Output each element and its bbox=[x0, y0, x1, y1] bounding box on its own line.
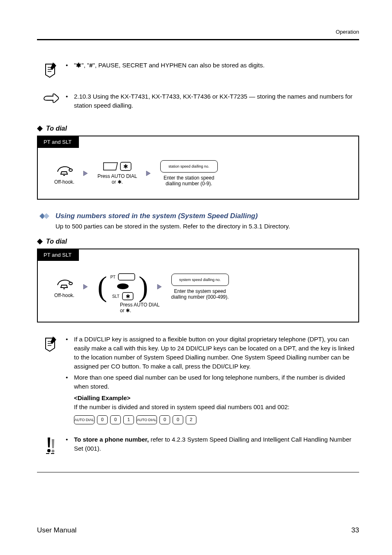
proc1-input-box: station speed dialling no. bbox=[160, 160, 218, 173]
dialling-example-heading: <Dialling Example> bbox=[74, 394, 131, 401]
note-icon bbox=[42, 336, 60, 354]
exclamation-icon bbox=[44, 436, 59, 454]
oval-key-icon bbox=[116, 283, 129, 290]
note1-text: "✱", "#", PAUSE, SECRET and HYPHEN can a… bbox=[74, 61, 359, 70]
procedure-box-1: PT and SLT Off-hook. ✱ Press AUTO DIALo bbox=[37, 136, 359, 200]
bullet: • bbox=[66, 61, 74, 70]
star-key-icon: ✱ bbox=[120, 162, 131, 171]
pointing-hand-icon bbox=[43, 93, 60, 104]
svg-rect-9 bbox=[44, 213, 49, 219]
proc1-step3-label: Enter the station speeddialling number (… bbox=[164, 175, 214, 187]
svg-rect-23 bbox=[51, 453, 54, 454]
arrow-right-icon bbox=[157, 283, 163, 290]
star-key-icon: ✱ bbox=[122, 292, 134, 300]
right-paren-icon: ) bbox=[138, 278, 148, 295]
bullet: • bbox=[66, 335, 74, 371]
diamond-icon bbox=[37, 126, 43, 131]
svg-rect-13 bbox=[118, 274, 135, 280]
system-speed-body: Up to 500 parties can be stored in the s… bbox=[55, 223, 359, 230]
note2-item1: If a DDI/CLIP key is assigned to a flexi… bbox=[74, 335, 359, 371]
proc1-step1-label: Off-hook. bbox=[54, 179, 74, 185]
note-icon bbox=[42, 62, 60, 80]
digit-key: 0 bbox=[173, 415, 183, 424]
proc2-step3-label: Enter the system speeddialling number (0… bbox=[171, 288, 229, 300]
warn-text: To store a phone number, refer to 4.2.3 … bbox=[74, 435, 359, 453]
slt-label: SLT bbox=[112, 294, 120, 299]
footer-left: User Manual bbox=[37, 526, 76, 534]
arrow-right-icon bbox=[83, 170, 89, 177]
svg-point-14 bbox=[117, 283, 129, 289]
svg-point-20 bbox=[47, 449, 51, 452]
note2-item2: More than one speed dial number can be u… bbox=[74, 373, 359, 391]
offhook-icon bbox=[55, 162, 74, 177]
bullet: • bbox=[66, 373, 74, 427]
svg-rect-3 bbox=[37, 126, 43, 131]
heading-to-dial-2: To dial bbox=[46, 238, 67, 245]
proc2-header: PT and SLT bbox=[38, 249, 79, 261]
diamond-icon bbox=[37, 239, 43, 244]
auto-dial-key-icon bbox=[118, 273, 135, 281]
pt-label: PT bbox=[110, 275, 115, 279]
proc2-step1-label: Off-hook. bbox=[54, 292, 74, 298]
svg-text:✱: ✱ bbox=[123, 163, 128, 170]
double-diamond-icon bbox=[39, 213, 50, 219]
digit-key: 0 bbox=[97, 415, 108, 424]
auto-dial-key: AUTO DIAL bbox=[136, 415, 157, 424]
bullet: • bbox=[66, 92, 74, 110]
proc1-header: PT and SLT bbox=[38, 136, 79, 148]
dialling-example-keys: AUTO DIAL001AUTO DIAL002 bbox=[74, 415, 359, 424]
header-rule bbox=[37, 39, 359, 40]
svg-point-4 bbox=[69, 169, 72, 171]
svg-rect-10 bbox=[37, 239, 43, 244]
ref1-text: 2.10.3 Using the KX-T7431, KX-T7433, KX-… bbox=[74, 92, 359, 110]
svg-point-21 bbox=[52, 450, 55, 453]
arrow-right-icon bbox=[83, 283, 89, 290]
digit-key: 0 bbox=[159, 415, 170, 424]
digit-key: 1 bbox=[123, 415, 134, 424]
digit-key: 0 bbox=[110, 415, 121, 424]
offhook-icon bbox=[55, 275, 74, 290]
auto-dial-key-icon bbox=[103, 162, 118, 171]
proc1-step2-label: Press AUTO DIALor ✱. bbox=[97, 173, 137, 185]
footer-rule bbox=[37, 472, 359, 472]
bullet: • bbox=[66, 435, 74, 453]
footer-page-number: 33 bbox=[351, 526, 359, 534]
digit-key: 2 bbox=[186, 415, 196, 424]
proc2-step2-label: Press AUTO DIALor ✱. bbox=[38, 302, 358, 313]
dialling-example-text: If the number is divided and stored in s… bbox=[74, 403, 359, 412]
left-paren-icon: ( bbox=[97, 278, 107, 295]
svg-rect-22 bbox=[46, 453, 49, 454]
svg-point-11 bbox=[69, 282, 72, 285]
auto-dial-key: AUTO DIAL bbox=[74, 415, 95, 424]
proc2-input-box: system speed dialling no. bbox=[171, 274, 229, 286]
svg-text:✱: ✱ bbox=[125, 293, 130, 299]
procedure-box-2: PT and SLT Off-hook. ( PT bbox=[37, 249, 359, 322]
system-speed-heading: Using numbers stored in the system (Syst… bbox=[55, 212, 258, 220]
header-section: Operation bbox=[37, 29, 359, 35]
heading-to-dial-1: To dial bbox=[46, 125, 67, 132]
arrow-right-icon bbox=[145, 170, 152, 177]
